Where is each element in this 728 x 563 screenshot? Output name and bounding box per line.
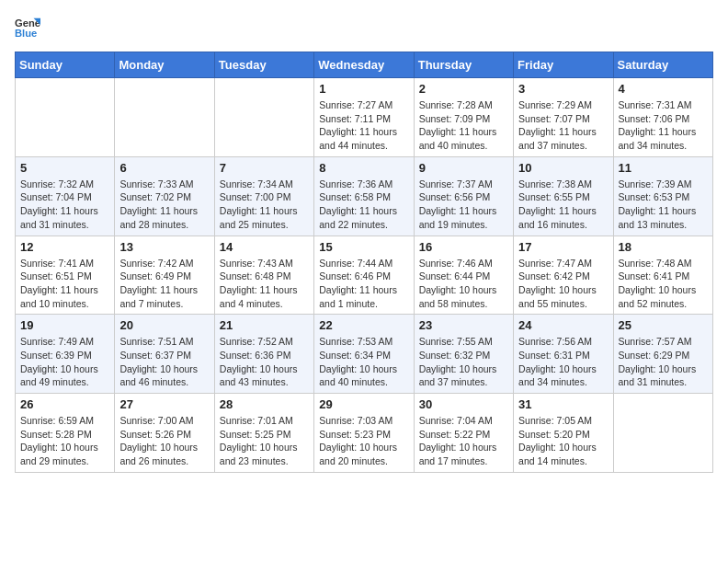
day-number: 8 (319, 161, 408, 175)
calendar-cell: 26Sunrise: 6:59 AM Sunset: 5:28 PM Dayli… (16, 394, 115, 473)
day-info: Sunrise: 7:05 AM Sunset: 5:20 PM Dayligh… (518, 414, 608, 468)
day-info: Sunrise: 7:55 AM Sunset: 6:32 PM Dayligh… (419, 335, 508, 389)
day-info: Sunrise: 6:59 AM Sunset: 5:28 PM Dayligh… (20, 414, 109, 468)
day-info: Sunrise: 7:41 AM Sunset: 6:51 PM Dayligh… (20, 257, 109, 311)
calendar-cell: 16Sunrise: 7:46 AM Sunset: 6:44 PM Dayli… (414, 236, 513, 315)
calendar-week-row: 19Sunrise: 7:49 AM Sunset: 6:39 PM Dayli… (16, 315, 713, 394)
calendar-cell: 31Sunrise: 7:05 AM Sunset: 5:20 PM Dayli… (514, 394, 613, 473)
day-info: Sunrise: 7:29 AM Sunset: 7:07 PM Dayligh… (518, 98, 608, 153)
day-info: Sunrise: 7:04 AM Sunset: 5:22 PM Dayligh… (419, 414, 508, 468)
day-number: 17 (518, 240, 608, 254)
calendar-week-row: 5Sunrise: 7:32 AM Sunset: 7:04 PM Daylig… (16, 156, 713, 236)
day-number: 21 (220, 318, 309, 332)
day-number: 11 (619, 161, 708, 175)
calendar-cell: 5Sunrise: 7:32 AM Sunset: 7:04 PM Daylig… (16, 156, 115, 236)
calendar-cell: 28Sunrise: 7:01 AM Sunset: 5:25 PM Dayli… (214, 394, 313, 473)
day-number: 9 (419, 161, 508, 175)
day-info: Sunrise: 7:48 AM Sunset: 6:41 PM Dayligh… (619, 257, 708, 311)
day-number: 28 (220, 397, 309, 411)
calendar-cell: 23Sunrise: 7:55 AM Sunset: 6:32 PM Dayli… (414, 315, 513, 394)
day-number: 1 (319, 82, 408, 96)
day-number: 26 (20, 397, 109, 411)
calendar: SundayMondayTuesdayWednesdayThursdayFrid… (15, 52, 713, 473)
day-info: Sunrise: 7:36 AM Sunset: 6:58 PM Dayligh… (319, 178, 408, 232)
column-header-wednesday: Wednesday (314, 52, 414, 78)
day-info: Sunrise: 7:51 AM Sunset: 6:37 PM Dayligh… (119, 335, 209, 389)
column-header-thursday: Thursday (414, 52, 513, 78)
day-info: Sunrise: 7:53 AM Sunset: 6:34 PM Dayligh… (319, 335, 408, 389)
day-number: 15 (319, 240, 408, 254)
calendar-cell: 6Sunrise: 7:33 AM Sunset: 7:02 PM Daylig… (115, 156, 214, 236)
calendar-cell: 1Sunrise: 7:27 AM Sunset: 7:11 PM Daylig… (314, 78, 414, 157)
calendar-cell: 4Sunrise: 7:31 AM Sunset: 7:06 PM Daylig… (613, 78, 712, 157)
day-info: Sunrise: 7:52 AM Sunset: 6:36 PM Dayligh… (220, 335, 309, 389)
day-info: Sunrise: 7:33 AM Sunset: 7:02 PM Dayligh… (119, 178, 209, 232)
calendar-header-row: SundayMondayTuesdayWednesdayThursdayFrid… (16, 52, 713, 78)
calendar-cell: 18Sunrise: 7:48 AM Sunset: 6:41 PM Dayli… (613, 236, 712, 315)
calendar-cell: 7Sunrise: 7:34 AM Sunset: 7:00 PM Daylig… (214, 156, 313, 236)
day-number: 30 (419, 397, 508, 411)
day-info: Sunrise: 7:38 AM Sunset: 6:55 PM Dayligh… (518, 178, 608, 232)
day-number: 2 (419, 82, 508, 96)
calendar-cell: 27Sunrise: 7:00 AM Sunset: 5:26 PM Dayli… (115, 394, 214, 473)
day-info: Sunrise: 7:47 AM Sunset: 6:42 PM Dayligh… (518, 257, 608, 311)
day-info: Sunrise: 7:39 AM Sunset: 6:53 PM Dayligh… (619, 178, 708, 232)
day-number: 7 (220, 161, 309, 175)
day-number: 31 (518, 397, 608, 411)
day-number: 12 (20, 240, 109, 254)
day-info: Sunrise: 7:28 AM Sunset: 7:09 PM Dayligh… (419, 98, 508, 153)
calendar-cell: 25Sunrise: 7:57 AM Sunset: 6:29 PM Dayli… (613, 315, 712, 394)
column-header-friday: Friday (514, 52, 613, 78)
calendar-cell: 12Sunrise: 7:41 AM Sunset: 6:51 PM Dayli… (16, 236, 115, 315)
calendar-cell: 2Sunrise: 7:28 AM Sunset: 7:09 PM Daylig… (414, 78, 513, 157)
day-info: Sunrise: 7:44 AM Sunset: 6:46 PM Dayligh… (319, 257, 408, 311)
day-number: 13 (119, 240, 209, 254)
calendar-cell: 8Sunrise: 7:36 AM Sunset: 6:58 PM Daylig… (314, 156, 414, 236)
calendar-cell: 11Sunrise: 7:39 AM Sunset: 6:53 PM Dayli… (613, 156, 712, 236)
day-number: 4 (619, 82, 708, 96)
day-number: 23 (419, 318, 508, 332)
calendar-cell (16, 78, 115, 157)
day-number: 14 (220, 240, 309, 254)
calendar-cell (613, 394, 712, 473)
column-header-tuesday: Tuesday (214, 52, 313, 78)
calendar-cell: 17Sunrise: 7:47 AM Sunset: 6:42 PM Dayli… (514, 236, 613, 315)
calendar-cell: 30Sunrise: 7:04 AM Sunset: 5:22 PM Dayli… (414, 394, 513, 473)
day-number: 20 (119, 318, 209, 332)
day-info: Sunrise: 7:34 AM Sunset: 7:00 PM Dayligh… (220, 178, 309, 232)
day-info: Sunrise: 7:42 AM Sunset: 6:49 PM Dayligh… (119, 257, 209, 311)
day-number: 25 (619, 318, 708, 332)
day-info: Sunrise: 7:37 AM Sunset: 6:56 PM Dayligh… (419, 178, 508, 232)
calendar-cell: 29Sunrise: 7:03 AM Sunset: 5:23 PM Dayli… (314, 394, 414, 473)
column-header-monday: Monday (115, 52, 214, 78)
calendar-week-row: 1Sunrise: 7:27 AM Sunset: 7:11 PM Daylig… (16, 78, 713, 157)
svg-text:Blue: Blue (15, 28, 37, 39)
day-number: 16 (419, 240, 508, 254)
calendar-week-row: 12Sunrise: 7:41 AM Sunset: 6:51 PM Dayli… (16, 236, 713, 315)
calendar-cell: 3Sunrise: 7:29 AM Sunset: 7:07 PM Daylig… (514, 78, 613, 157)
day-number: 27 (119, 397, 209, 411)
calendar-cell: 14Sunrise: 7:43 AM Sunset: 6:48 PM Dayli… (214, 236, 313, 315)
day-number: 10 (518, 161, 608, 175)
day-info: Sunrise: 7:56 AM Sunset: 6:31 PM Dayligh… (518, 335, 608, 389)
day-info: Sunrise: 7:57 AM Sunset: 6:29 PM Dayligh… (619, 335, 708, 389)
logo: General Blue (15, 15, 46, 40)
day-info: Sunrise: 7:01 AM Sunset: 5:25 PM Dayligh… (220, 414, 309, 468)
day-info: Sunrise: 7:43 AM Sunset: 6:48 PM Dayligh… (220, 257, 309, 311)
logo-icon: General Blue (15, 15, 40, 40)
day-number: 22 (319, 318, 408, 332)
day-info: Sunrise: 7:31 AM Sunset: 7:06 PM Dayligh… (619, 98, 708, 153)
calendar-cell: 10Sunrise: 7:38 AM Sunset: 6:55 PM Dayli… (514, 156, 613, 236)
page-header: General Blue (15, 15, 713, 40)
calendar-cell: 15Sunrise: 7:44 AM Sunset: 6:46 PM Dayli… (314, 236, 414, 315)
day-number: 18 (619, 240, 708, 254)
calendar-cell: 24Sunrise: 7:56 AM Sunset: 6:31 PM Dayli… (514, 315, 613, 394)
day-info: Sunrise: 7:03 AM Sunset: 5:23 PM Dayligh… (319, 414, 408, 468)
calendar-cell (115, 78, 214, 157)
day-number: 29 (319, 397, 408, 411)
day-info: Sunrise: 7:46 AM Sunset: 6:44 PM Dayligh… (419, 257, 508, 311)
column-header-saturday: Saturday (613, 52, 712, 78)
day-number: 6 (119, 161, 209, 175)
calendar-week-row: 26Sunrise: 6:59 AM Sunset: 5:28 PM Dayli… (16, 394, 713, 473)
calendar-cell: 19Sunrise: 7:49 AM Sunset: 6:39 PM Dayli… (16, 315, 115, 394)
